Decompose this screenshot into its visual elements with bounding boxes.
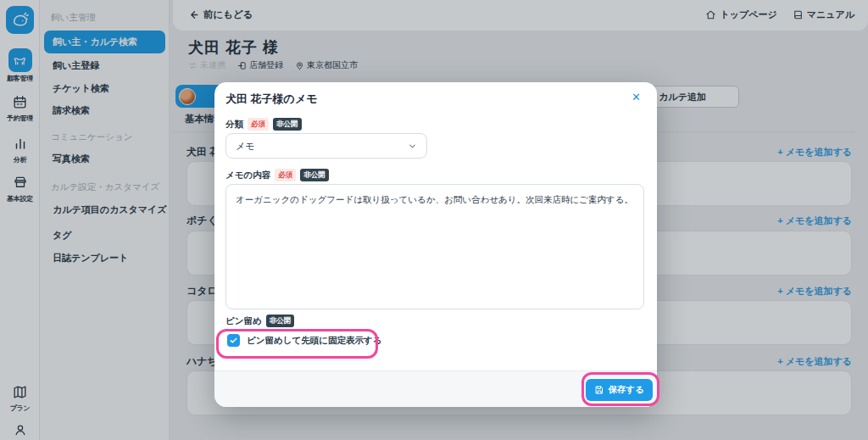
content-field-labels: メモの内容 必須 非公開 bbox=[225, 169, 329, 181]
category-field-labels: 分類 必須 非公開 bbox=[225, 118, 302, 131]
memo-content-textarea[interactable]: オーガニックのドッグフードは取り扱っているか、お問い合わせあり。次回来店時にご案… bbox=[225, 184, 644, 309]
category-select[interactable]: メモ bbox=[225, 133, 427, 159]
category-select-value: メモ bbox=[236, 140, 255, 153]
save-button[interactable]: 保存する bbox=[586, 379, 654, 401]
app-screen: 顧客管理 予約管理 分析 基本設定 bbox=[0, 0, 868, 440]
save-icon bbox=[594, 385, 604, 395]
pin-checkbox-row[interactable]: ピン留めして先頭に固定表示する bbox=[227, 334, 381, 347]
private-badge: 非公開 bbox=[266, 315, 295, 327]
save-button-label: 保存する bbox=[609, 384, 645, 396]
required-badge: 必須 bbox=[248, 118, 269, 131]
content-label: メモの内容 bbox=[225, 170, 270, 181]
pin-field-labels: ピン留め 非公開 bbox=[225, 315, 294, 327]
modal-footer: 保存する bbox=[214, 370, 657, 407]
required-badge: 必須 bbox=[275, 169, 296, 181]
check-icon bbox=[229, 336, 238, 345]
pin-label: ピン留め bbox=[225, 315, 262, 327]
chevron-down-icon bbox=[408, 142, 417, 151]
category-label: 分類 bbox=[225, 119, 243, 131]
pin-checkbox[interactable] bbox=[227, 334, 240, 347]
memo-modal: 犬田 花子様のメモ ✕ 分類 必須 非公開 メモ メモの内容 必須 非公開 オー… bbox=[214, 82, 657, 407]
modal-title: 犬田 花子様のメモ bbox=[225, 92, 318, 107]
private-badge: 非公開 bbox=[300, 169, 329, 181]
close-icon[interactable]: ✕ bbox=[632, 92, 641, 103]
pin-checkbox-label: ピン留めして先頭に固定表示する bbox=[247, 335, 381, 347]
private-badge: 非公開 bbox=[273, 118, 302, 131]
